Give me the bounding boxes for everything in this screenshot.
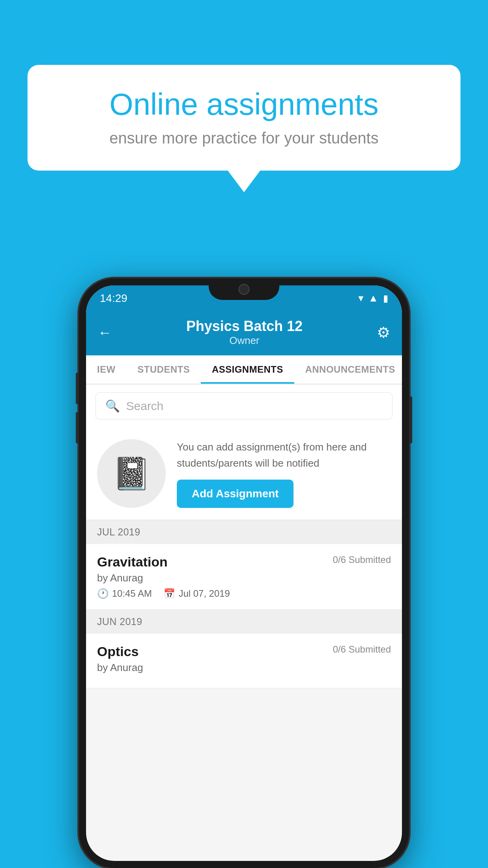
add-assignment-button[interactable]: Add Assignment	[177, 480, 294, 508]
promo-text: You can add assignment(s) from here and …	[177, 439, 391, 471]
assignment-time-gravitation: 🕐 10:45 AM	[97, 588, 152, 599]
status-time: 14:29	[100, 292, 127, 305]
status-icons: ▾ ▲ ▮	[358, 292, 388, 304]
phone-camera	[238, 284, 250, 295]
signal-icon: ▲	[368, 292, 378, 304]
wifi-icon: ▾	[358, 292, 363, 304]
phone-screen: 14:29 ▾ ▲ ▮ ← Physics Batch 12 Owner ⚙ I…	[86, 285, 402, 861]
bubble-title: Online assignments	[51, 86, 437, 122]
assignment-by-optics: by Anurag	[97, 662, 391, 674]
speech-bubble: Online assignments ensure more practice …	[28, 65, 460, 171]
settings-button[interactable]: ⚙	[377, 324, 390, 341]
phone-body: 14:29 ▾ ▲ ▮ ← Physics Batch 12 Owner ⚙ I…	[79, 278, 409, 868]
search-bar[interactable]: 🔍 Search	[95, 392, 393, 419]
back-button[interactable]: ←	[98, 324, 112, 341]
search-placeholder[interactable]: Search	[126, 399, 163, 413]
assignment-time-value: 10:45 AM	[112, 588, 152, 599]
assignment-card-gravitation[interactable]: Gravitation 0/6 Submitted by Anurag 🕐 10…	[86, 544, 402, 610]
tab-iew[interactable]: IEW	[86, 355, 127, 384]
app-header: ← Physics Batch 12 Owner ⚙	[86, 311, 402, 355]
header-title-group: Physics Batch 12 Owner	[112, 318, 377, 347]
assignment-submitted-gravitation: 0/6 Submitted	[333, 554, 391, 565]
month-label-jul: JUL 2019	[97, 526, 140, 537]
search-icon: 🔍	[105, 399, 120, 413]
header-subtitle: Owner	[112, 335, 377, 347]
tab-assignments[interactable]: ASSIGNMENTS	[201, 355, 294, 384]
assignment-meta-gravitation: 🕐 10:45 AM 📅 Jul 07, 2019	[97, 588, 391, 599]
promo-icon-circle: 📓	[97, 439, 166, 508]
assignment-top-row: Gravitation 0/6 Submitted	[97, 554, 391, 570]
header-title: Physics Batch 12	[112, 318, 377, 335]
clock-icon: 🕐	[97, 588, 109, 599]
phone-notch	[209, 278, 279, 300]
assignment-date-value: Jul 07, 2019	[178, 588, 230, 599]
assignment-by-gravitation: by Anurag	[97, 572, 391, 584]
volume-up-button	[76, 373, 79, 404]
assignment-name-optics: Optics	[97, 644, 139, 659]
tabs-container: IEW STUDENTS ASSIGNMENTS ANNOUNCEMENTS	[86, 355, 402, 384]
assignment-date-gravitation: 📅 Jul 07, 2019	[163, 588, 230, 599]
power-button	[409, 396, 412, 443]
volume-down-button	[76, 412, 79, 443]
promo-section: 📓 You can add assignment(s) from here an…	[86, 427, 402, 520]
promo-notebook-icon: 📓	[112, 455, 151, 492]
assignment-submitted-optics: 0/6 Submitted	[333, 644, 391, 655]
battery-icon: ▮	[383, 293, 388, 304]
assignment-card-optics[interactable]: Optics 0/6 Submitted by Anurag	[86, 634, 402, 688]
month-header-jul: JUL 2019	[86, 520, 402, 544]
calendar-icon: 📅	[163, 588, 175, 599]
tab-announcements[interactable]: ANNOUNCEMENTS	[294, 355, 402, 384]
assignment-top-row-optics: Optics 0/6 Submitted	[97, 644, 391, 659]
assignment-name-gravitation: Gravitation	[97, 554, 167, 570]
tab-students[interactable]: STUDENTS	[127, 355, 201, 384]
search-bar-wrapper: 🔍 Search	[86, 384, 402, 427]
promo-content: You can add assignment(s) from here and …	[177, 439, 391, 508]
month-header-jun: JUN 2019	[86, 610, 402, 634]
month-label-jun: JUN 2019	[97, 616, 142, 627]
bubble-subtitle: ensure more practice for your students	[51, 129, 437, 147]
phone-mockup: 14:29 ▾ ▲ ▮ ← Physics Batch 12 Owner ⚙ I…	[79, 278, 409, 868]
